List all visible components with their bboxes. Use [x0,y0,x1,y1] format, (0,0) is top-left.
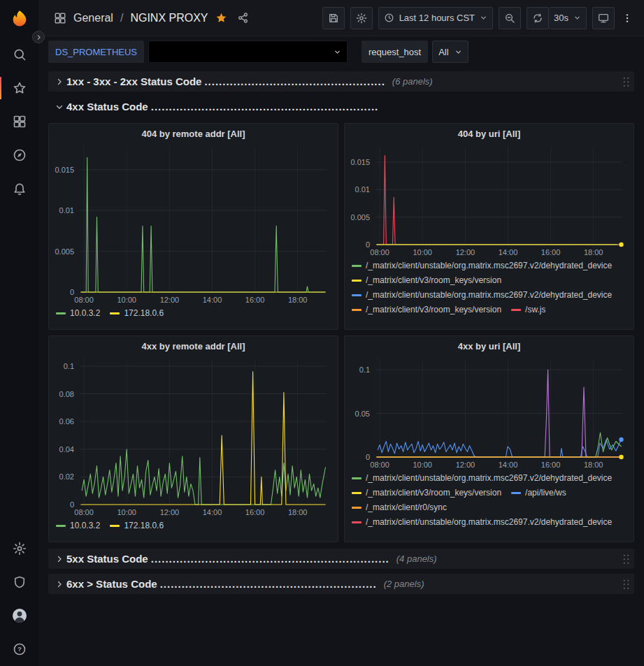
legend-item[interactable]: /_matrix/client/v3/room_keys/version [352,305,501,314]
svg-text:0.015: 0.015 [55,166,74,174]
refresh-interval-picker[interactable]: 30s [549,7,587,29]
panel-title[interactable]: 404 by uri [All] [345,124,634,141]
legend-item[interactable]: /api/live/ws [511,488,566,498]
sidebar-item-explore[interactable] [0,138,38,172]
save-icon [328,13,339,24]
sidebar-expand-button[interactable] [32,31,45,43]
row-4xx-status-code[interactable]: 4xx Status Code ........................… [48,96,634,117]
row-1xx-3xx-2xx-status-code[interactable]: 1xx - 3xx - 2xx Status Code ............… [48,71,634,92]
panel-chart[interactable]: 00.0050.010.01508:0010:0012:0014:0016:00… [345,141,634,259]
row-5xx-status-code[interactable]: 5xx Status Code ........................… [48,549,634,569]
dashboard-header: General / NGINX PROXY [38,0,644,36]
time-range-picker[interactable]: Last 12 hours CST [378,7,493,29]
row-6xx-status-code[interactable]: 6xx > Status Code ......................… [48,574,634,594]
svg-text:?: ? [17,646,22,653]
legend-label: /_matrix/client/v3/room_keys/version [366,488,501,498]
sidebar-item-dashboards[interactable] [0,105,38,138]
panel-chart[interactable]: 00.0050.010.01508:0010:0012:0014:0016:00… [49,141,338,306]
svg-text:10:00: 10:00 [117,508,136,516]
sidebar-item-profile[interactable] [0,599,38,632]
cycle-view-mode-button[interactable] [592,7,615,29]
chevron-down-icon [480,14,487,22]
datasource-variable-select[interactable] [148,41,348,63]
legend-swatch [352,507,362,509]
legend-swatch [511,492,521,494]
chart-svg: 00.050.108:0010:0012:0014:0016:0018:00 [345,354,634,471]
chevron-down-icon [334,48,341,56]
svg-text:0.005: 0.005 [55,247,74,256]
grafana-app: ? General / NGINX PROXY [0,0,644,666]
favorite-star-icon[interactable] [215,12,227,24]
legend-item[interactable]: /_matrix/client/v3/room_keys/version [352,275,501,285]
row-title-dots: ........................................… [151,101,379,113]
panel-404-by-uri: 404 by uri [All] 00.0050.010.01508:0010:… [344,123,634,330]
svg-text:0.02: 0.02 [59,472,74,481]
svg-text:14:00: 14:00 [203,296,222,304]
gear-icon [356,13,367,24]
row-title-dots: ........................................… [160,578,377,590]
legend-item[interactable]: /_matrix/client/r0/sync [352,502,447,512]
svg-text:0.005: 0.005 [350,213,370,222]
share-icon[interactable] [237,12,249,24]
legend-item[interactable]: /sw.js [511,305,545,314]
row-drag-handle[interactable] [622,553,630,565]
legend-item[interactable]: 10.0.3.2 [56,308,100,318]
gear-icon [13,542,27,556]
legend-item[interactable]: 10.0.3.2 [56,521,100,530]
panel-title[interactable]: 4xx by uri [All] [345,336,634,354]
legend-swatch [56,312,66,314]
breadcrumb-title: NGINX PROXY [130,12,208,24]
apps-grid-icon [54,12,66,24]
svg-text:08:00: 08:00 [74,508,94,516]
refresh-interval-label: 30s [554,13,568,23]
legend-label: 172.18.0.6 [124,308,164,318]
svg-text:14:00: 14:00 [499,461,518,469]
sidebar-item-starred[interactable] [0,71,38,105]
panel-chart[interactable]: 00.050.108:0010:0012:0014:0016:0018:00 [345,354,634,471]
star-icon [13,81,27,95]
svg-text:0.06: 0.06 [59,417,74,426]
legend-item[interactable]: 172.18.0.6 [110,308,164,318]
sidebar-item-help[interactable]: ? [0,632,38,666]
legend-item[interactable]: /_matrix/client/unstable/org.matrix.msc2… [352,473,612,483]
legend-item[interactable]: /_matrix/client/v3/room_keys/version [352,488,501,498]
grafana-logo[interactable] [0,0,38,38]
row-drag-handle[interactable] [622,579,630,590]
legend-swatch [352,265,362,267]
panel-legend: /_matrix/client/unstable/org.matrix.msc2… [345,471,634,542]
zoom-out-button[interactable] [499,7,521,29]
svg-text:08:00: 08:00 [74,296,94,304]
sidebar-item-server-admin[interactable] [0,565,38,599]
clock-icon [384,13,394,23]
chevron-down-icon [52,103,66,111]
svg-text:10:00: 10:00 [413,248,432,256]
svg-text:12:00: 12:00 [456,461,475,469]
refresh-button[interactable] [527,7,549,29]
svg-text:08:00: 08:00 [370,461,389,469]
panel-title[interactable]: 4xx by remote addr [All] [49,336,338,354]
panel-chart[interactable]: 00.020.040.060.080.108:0010:0012:0014:00… [49,354,338,519]
legend-item[interactable]: /_matrix/client/unstable/org.matrix.msc2… [352,290,612,300]
row-drag-handle[interactable] [622,76,630,87]
request-host-variable-label: request_host [362,41,428,63]
legend-item[interactable]: /_matrix/client/unstable/org.matrix.msc2… [352,261,612,270]
save-dashboard-button[interactable] [322,7,345,29]
legend-swatch [56,525,66,527]
panel-404-by-remote-addr: 404 by remote addr [All] 00.0050.010.015… [48,123,338,330]
dashboard-settings-button[interactable] [350,7,373,29]
svg-text:18:00: 18:00 [288,296,308,304]
legend-item[interactable]: 172.18.0.6 [110,521,164,530]
chart-svg: 00.020.040.060.080.108:0010:0012:0014:00… [49,354,338,519]
svg-text:16:00: 16:00 [245,508,265,516]
request-host-variable-select[interactable]: All [432,41,468,63]
legend-item[interactable]: /_matrix/client/unstable/org.matrix.msc2… [352,517,612,527]
kebab-menu-icon[interactable] [620,13,634,24]
svg-text:10:00: 10:00 [413,461,432,469]
sidebar-item-search[interactable] [0,38,38,71]
breadcrumb-section[interactable]: General [73,12,113,24]
variables-bar: DS_PROMETHEUS request_host All [38,36,644,67]
sidebar-item-configuration[interactable] [0,532,38,565]
sidebar-item-alerting[interactable] [0,172,38,205]
legend-swatch [352,280,362,282]
panel-title[interactable]: 404 by remote addr [All] [49,124,338,141]
